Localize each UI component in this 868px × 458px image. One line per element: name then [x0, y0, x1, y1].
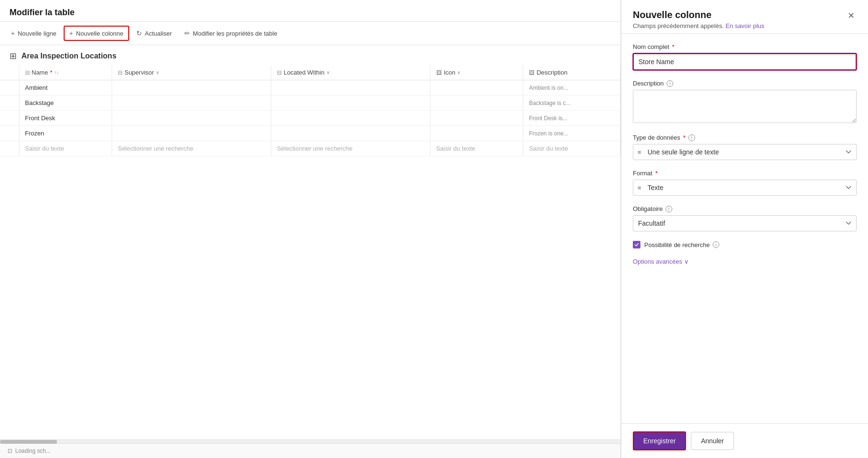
table-title: Area Inspection Locations [21, 52, 116, 60]
row-checkbox-4[interactable] [0, 126, 19, 141]
row-name-4[interactable]: Frozen [19, 126, 112, 141]
searchable-checkbox[interactable] [633, 241, 640, 248]
required-indicator: * [50, 69, 52, 76]
panel-footer: Enregistrer Annuler [621, 423, 868, 458]
new-located-within-input[interactable]: Sélectionner une recherche [271, 141, 430, 156]
pencil-icon: ✏ [184, 29, 190, 37]
col-icon-icon: 🖼 [436, 69, 442, 76]
panel-header: Nouvelle colonne Champs précédemment app… [621, 0, 868, 34]
data-table: ⊟ Name * ↑↓ ⊟ Supervisor ∨ [0, 65, 620, 156]
row-checkbox-2[interactable] [0, 95, 19, 111]
row-located-within-1 [271, 80, 430, 95]
new-icon-input[interactable]: Saisir du texte [430, 141, 523, 156]
table-row: Ambient Ambient is on... [0, 80, 620, 95]
new-column-button[interactable]: + Nouvelle colonne [64, 26, 129, 41]
row-description-3: Front Desk is... [523, 111, 620, 126]
sort-icon-icon[interactable]: ∨ [457, 70, 460, 75]
required-star-datatype: * [683, 134, 686, 141]
description-info-icon[interactable]: i [667, 80, 673, 87]
required-info-icon[interactable]: i [666, 206, 672, 212]
page-title: Modifier la table [10, 8, 75, 17]
row-located-within-4 [271, 126, 430, 141]
format-select[interactable]: Texte Email URL Téléphone [633, 180, 857, 196]
row-located-within-3 [271, 111, 430, 126]
advanced-options-button[interactable]: Options avancées ∨ [633, 258, 689, 265]
data-type-label: Type de données * i [633, 134, 857, 141]
row-icon-1 [430, 80, 523, 95]
new-supervisor-input[interactable]: Sélectionner une recherche [112, 141, 271, 156]
edit-props-button[interactable]: ✏ Modifier les propriétés de table [179, 26, 283, 40]
sort-icon-name[interactable]: ↑↓ [54, 70, 59, 75]
description-textarea[interactable] [633, 90, 857, 123]
col-header-name[interactable]: ⊟ Name * ↑↓ [19, 65, 112, 80]
row-checkbox-3[interactable] [0, 111, 19, 126]
row-icon-3 [430, 111, 523, 126]
required-label: Obligatoire i [633, 205, 857, 212]
row-supervisor-3 [112, 111, 271, 126]
table-title-bar: ⊞ Area Inspection Locations [0, 45, 620, 65]
panel-body: Nom complet * Description i Type de donn… [621, 34, 868, 423]
new-row-button[interactable]: + Nouvelle ligne [6, 26, 62, 40]
col-header-description[interactable]: 🖼 Description [523, 65, 620, 80]
sort-icon-supervisor[interactable]: ∨ [156, 70, 159, 75]
main-area: Modifier la table + Nouvelle ligne + Nou… [0, 0, 621, 458]
panel-title: Nouvelle colonne [633, 10, 846, 20]
row-name-1[interactable]: Ambient [19, 80, 112, 95]
loading-indicator: ⊡ Loading sch... [8, 448, 51, 454]
refresh-icon: ↻ [136, 29, 142, 37]
row-name-2[interactable]: Backstage [19, 95, 112, 111]
bottom-bar: ⊡ Loading sch... [0, 443, 620, 458]
required-select[interactable]: Facultatif Obligatoire [633, 215, 857, 231]
description-field-group: Description i [633, 80, 857, 124]
data-type-select[interactable]: Une seule ligne de texte Plusieurs ligne… [633, 144, 857, 160]
sort-icon-located-within[interactable]: ∨ [326, 70, 330, 75]
searchable-info-icon[interactable]: i [713, 241, 719, 248]
new-description-input[interactable]: Saisir du texte [523, 141, 620, 156]
full-name-input[interactable] [633, 53, 857, 70]
col-icon-located-within: ⊟ [277, 69, 282, 76]
page-title-bar: Modifier la table [0, 0, 620, 22]
plus-icon-col: + [69, 29, 73, 37]
data-type-field-group: Type de données * i ≡ Une seule ligne de… [633, 134, 857, 160]
learn-more-link[interactable]: En savoir plus [725, 22, 764, 29]
required-star-name: * [672, 43, 675, 50]
new-name-input[interactable]: Saisir du texte [19, 141, 112, 156]
horizontal-scrollbar[interactable] [0, 439, 620, 443]
row-icon-2 [430, 95, 523, 111]
required-star-format: * [655, 170, 658, 177]
searchable-label: Possibilité de recherche i [644, 241, 719, 248]
table-row: Backstage Backstage is c... [0, 95, 620, 111]
checkbox-header [0, 65, 19, 80]
panel-close-button[interactable]: ✕ [846, 10, 857, 22]
col-header-located-within[interactable]: ⊟ Located Within ∨ [271, 65, 430, 80]
table-container[interactable]: ⊟ Name * ↑↓ ⊟ Supervisor ∨ [0, 65, 620, 439]
row-checkbox-1[interactable] [0, 80, 19, 95]
data-type-info-icon[interactable]: i [688, 134, 695, 141]
required-field-group: Obligatoire i Facultatif Obligatoire [633, 205, 857, 231]
refresh-button[interactable]: ↻ Actualiser [131, 26, 177, 40]
panel-title-section: Nouvelle colonne Champs précédemment app… [633, 10, 846, 29]
row-name-3[interactable]: Front Desk [19, 111, 112, 126]
searchable-row: Possibilité de recherche i [633, 241, 857, 248]
table-row: Front Desk Front Desk is... [0, 111, 620, 126]
table-icon: ⊞ [10, 51, 17, 61]
row-supervisor-4 [112, 126, 271, 141]
col-header-supervisor[interactable]: ⊟ Supervisor ∨ [112, 65, 271, 80]
cancel-button[interactable]: Annuler [691, 432, 734, 450]
format-label: Format * [633, 170, 857, 177]
plus-icon: + [11, 29, 15, 37]
col-header-icon[interactable]: 🖼 Icon ∨ [430, 65, 523, 80]
scrollbar-thumb[interactable] [0, 440, 57, 444]
advanced-options-group: Options avancées ∨ [633, 258, 857, 265]
format-field-group: Format * ≡ Texte Email URL Téléphone [633, 170, 857, 196]
save-button[interactable]: Enregistrer [633, 431, 686, 450]
format-select-wrapper: ≡ Texte Email URL Téléphone [633, 180, 857, 196]
table-row: Frozen Frozen is one... [0, 126, 620, 141]
searchable-field-group: Possibilité de recherche i [633, 241, 857, 248]
row-supervisor-2 [112, 95, 271, 111]
new-row-placeholder: Saisir du texte Sélectionner une recherc… [0, 141, 620, 156]
chevron-down-icon: ∨ [684, 258, 689, 265]
col-icon-name: ⊟ [25, 69, 30, 76]
row-icon-4 [430, 126, 523, 141]
description-label: Description i [633, 80, 857, 87]
